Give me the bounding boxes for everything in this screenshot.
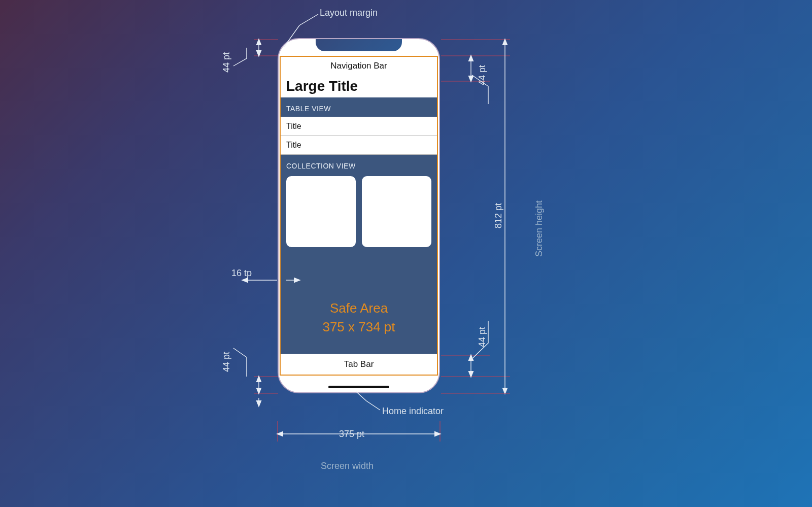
table-cell-title: Title bbox=[286, 122, 301, 131]
svg-rect-2 bbox=[407, 46, 408, 50]
dim-status-height-left: 44 pt bbox=[221, 52, 232, 73]
safe-area-title: Safe Area bbox=[281, 299, 437, 317]
screen-height-label: Screen height bbox=[534, 200, 545, 257]
tab-bar: Tab Bar bbox=[281, 354, 437, 375]
dim-nav-height: 44 pt bbox=[477, 65, 488, 85]
collection-section-header: COLLECTION VIEW bbox=[281, 155, 437, 174]
status-indicators-icon bbox=[402, 44, 429, 52]
svg-rect-0 bbox=[402, 48, 404, 50]
notch bbox=[316, 39, 402, 51]
diagram-stage: 9:41 Navigation Bar Large Title bbox=[0, 0, 812, 507]
status-bar: 9:41 bbox=[279, 39, 439, 56]
svg-point-4 bbox=[415, 49, 416, 50]
dim-tab-bar-height: 44 pt bbox=[477, 327, 488, 347]
large-title: Large Title bbox=[281, 75, 437, 97]
dim-home-indicator-height: 44 pt bbox=[221, 352, 232, 372]
tab-bar-label: Tab Bar bbox=[344, 359, 374, 369]
home-indicator bbox=[328, 386, 389, 388]
table-cell-title: Title bbox=[286, 141, 301, 150]
layout-margin-label: Layout margin bbox=[320, 8, 378, 18]
svg-rect-1 bbox=[404, 47, 406, 50]
screen-width-label: Screen width bbox=[321, 461, 374, 471]
home-indicator-label: Home indicator bbox=[382, 406, 444, 417]
collection-card bbox=[286, 176, 356, 247]
svg-rect-5 bbox=[421, 45, 428, 50]
table-row: Title bbox=[281, 117, 437, 136]
collection-card bbox=[362, 176, 431, 247]
svg-rect-3 bbox=[409, 45, 410, 50]
table-view: Title Title bbox=[281, 117, 437, 155]
table-section-header: TABLE VIEW bbox=[281, 97, 437, 117]
table-row: Title bbox=[281, 136, 437, 154]
dim-layout-margin: 16 tp bbox=[231, 268, 252, 279]
safe-area-dimensions: 375 x 734 pt bbox=[281, 318, 437, 336]
dim-screen-height: 812 pt bbox=[493, 203, 504, 228]
dim-screen-width: 375 pt bbox=[339, 429, 364, 440]
collection-view bbox=[281, 174, 437, 247]
large-title-text: Large Title bbox=[286, 78, 358, 94]
navigation-bar-label: Navigation Bar bbox=[330, 61, 387, 71]
phone-frame: 9:41 Navigation Bar Large Title bbox=[278, 38, 440, 393]
safe-area-label: Safe Area 375 x 734 pt bbox=[281, 299, 437, 336]
content-body: TABLE VIEW Title Title COLLECTION VIEW S… bbox=[281, 97, 437, 354]
navigation-bar: Navigation Bar bbox=[281, 57, 437, 76]
status-time: 9:41 bbox=[293, 44, 307, 52]
svg-rect-6 bbox=[428, 46, 429, 48]
